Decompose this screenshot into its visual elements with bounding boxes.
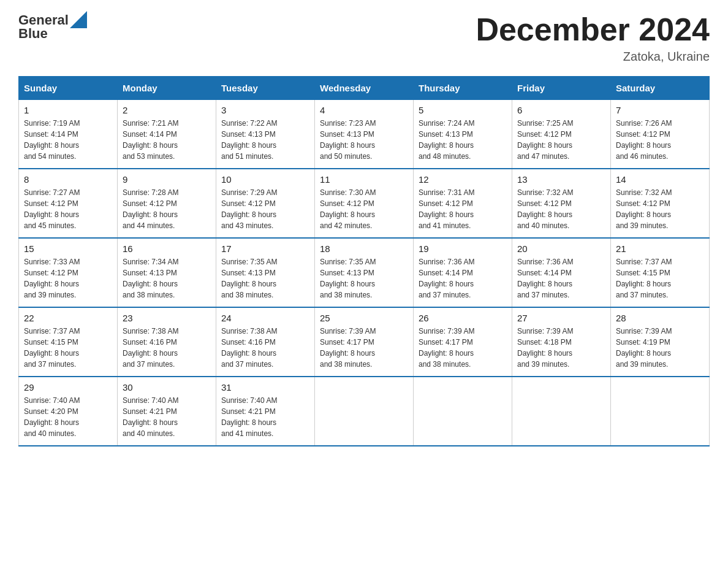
calendar-cell: 7 Sunrise: 7:26 AM Sunset: 4:12 PM Dayli… [611, 100, 710, 169]
calendar-cell: 14 Sunrise: 7:32 AM Sunset: 4:12 PM Dayl… [611, 169, 710, 238]
calendar-cell: 27 Sunrise: 7:39 AM Sunset: 4:18 PM Dayl… [512, 307, 611, 377]
location: Zatoka, Ukraine [476, 50, 710, 64]
day-info: Sunrise: 7:39 AM Sunset: 4:17 PM Dayligh… [320, 326, 408, 370]
day-info: Sunrise: 7:36 AM Sunset: 4:14 PM Dayligh… [517, 256, 605, 301]
day-info: Sunrise: 7:21 AM Sunset: 4:14 PM Dayligh… [123, 118, 211, 162]
day-info: Sunrise: 7:22 AM Sunset: 4:13 PM Dayligh… [221, 118, 309, 162]
calendar-cell [315, 377, 414, 446]
day-number: 21 [616, 243, 704, 254]
week-row-3: 15 Sunrise: 7:33 AM Sunset: 4:12 PM Dayl… [19, 238, 710, 307]
calendar-cell [512, 377, 611, 446]
calendar-cell: 3 Sunrise: 7:22 AM Sunset: 4:13 PM Dayli… [216, 100, 315, 169]
logo-icon [70, 11, 87, 28]
calendar-cell: 6 Sunrise: 7:25 AM Sunset: 4:12 PM Dayli… [512, 100, 611, 169]
calendar-cell: 23 Sunrise: 7:38 AM Sunset: 4:16 PM Dayl… [118, 307, 216, 377]
week-row-4: 22 Sunrise: 7:37 AM Sunset: 4:15 PM Dayl… [19, 307, 710, 377]
day-info: Sunrise: 7:32 AM Sunset: 4:12 PM Dayligh… [517, 187, 605, 231]
calendar-cell: 30 Sunrise: 7:40 AM Sunset: 4:21 PM Dayl… [118, 377, 216, 446]
calendar-cell: 5 Sunrise: 7:24 AM Sunset: 4:13 PM Dayli… [414, 100, 512, 169]
day-info: Sunrise: 7:37 AM Sunset: 4:15 PM Dayligh… [24, 326, 112, 370]
calendar-table: Sunday Monday Tuesday Wednesday Thursday… [18, 76, 710, 446]
calendar-cell: 21 Sunrise: 7:37 AM Sunset: 4:15 PM Dayl… [611, 238, 710, 307]
col-monday: Monday [118, 77, 216, 100]
day-number: 3 [221, 105, 309, 115]
calendar-header-row: Sunday Monday Tuesday Wednesday Thursday… [19, 77, 710, 100]
calendar-cell: 31 Sunrise: 7:40 AM Sunset: 4:21 PM Dayl… [216, 377, 315, 446]
day-info: Sunrise: 7:28 AM Sunset: 4:12 PM Dayligh… [123, 187, 211, 231]
calendar-cell: 4 Sunrise: 7:23 AM Sunset: 4:13 PM Dayli… [315, 100, 414, 169]
day-info: Sunrise: 7:26 AM Sunset: 4:12 PM Dayligh… [616, 118, 704, 162]
day-info: Sunrise: 7:40 AM Sunset: 4:21 PM Dayligh… [221, 395, 309, 439]
calendar-cell [414, 377, 512, 446]
day-info: Sunrise: 7:23 AM Sunset: 4:13 PM Dayligh… [320, 118, 408, 162]
day-info: Sunrise: 7:39 AM Sunset: 4:17 PM Dayligh… [419, 326, 507, 370]
day-info: Sunrise: 7:39 AM Sunset: 4:19 PM Dayligh… [616, 326, 704, 370]
day-number: 18 [320, 243, 408, 254]
day-number: 1 [24, 105, 112, 115]
calendar-cell: 19 Sunrise: 7:36 AM Sunset: 4:14 PM Dayl… [414, 238, 512, 307]
col-thursday: Thursday [414, 77, 512, 100]
day-info: Sunrise: 7:27 AM Sunset: 4:12 PM Dayligh… [24, 187, 112, 231]
calendar-cell: 17 Sunrise: 7:35 AM Sunset: 4:13 PM Dayl… [216, 238, 315, 307]
col-friday: Friday [512, 77, 611, 100]
day-number: 31 [221, 382, 309, 393]
day-info: Sunrise: 7:40 AM Sunset: 4:20 PM Dayligh… [24, 395, 112, 439]
day-info: Sunrise: 7:33 AM Sunset: 4:12 PM Dayligh… [24, 256, 112, 301]
day-number: 30 [123, 382, 211, 393]
day-info: Sunrise: 7:38 AM Sunset: 4:16 PM Dayligh… [221, 326, 309, 370]
calendar-cell: 11 Sunrise: 7:30 AM Sunset: 4:12 PM Dayl… [315, 169, 414, 238]
day-number: 7 [616, 105, 704, 115]
day-info: Sunrise: 7:37 AM Sunset: 4:15 PM Dayligh… [616, 256, 704, 301]
calendar-cell: 10 Sunrise: 7:29 AM Sunset: 4:12 PM Dayl… [216, 169, 315, 238]
day-number: 15 [24, 243, 112, 254]
calendar-cell: 26 Sunrise: 7:39 AM Sunset: 4:17 PM Dayl… [414, 307, 512, 377]
day-info: Sunrise: 7:35 AM Sunset: 4:13 PM Dayligh… [320, 256, 408, 301]
logo-text-blue: Blue [18, 26, 48, 42]
logo: General Blue [18, 12, 87, 42]
calendar-cell [611, 377, 710, 446]
calendar-cell: 1 Sunrise: 7:19 AM Sunset: 4:14 PM Dayli… [19, 100, 118, 169]
day-info: Sunrise: 7:39 AM Sunset: 4:18 PM Dayligh… [517, 326, 605, 370]
calendar-cell: 28 Sunrise: 7:39 AM Sunset: 4:19 PM Dayl… [611, 307, 710, 377]
day-info: Sunrise: 7:38 AM Sunset: 4:16 PM Dayligh… [123, 326, 211, 370]
calendar-cell: 15 Sunrise: 7:33 AM Sunset: 4:12 PM Dayl… [19, 238, 118, 307]
day-number: 23 [123, 313, 211, 323]
day-number: 25 [320, 313, 408, 323]
week-row-1: 1 Sunrise: 7:19 AM Sunset: 4:14 PM Dayli… [19, 100, 710, 169]
title-block: December 2024 Zatoka, Ukraine [476, 12, 710, 64]
day-number: 28 [616, 313, 704, 323]
day-number: 26 [419, 313, 507, 323]
calendar-cell: 12 Sunrise: 7:31 AM Sunset: 4:12 PM Dayl… [414, 169, 512, 238]
col-tuesday: Tuesday [216, 77, 315, 100]
calendar-cell: 8 Sunrise: 7:27 AM Sunset: 4:12 PM Dayli… [19, 169, 118, 238]
day-number: 12 [419, 174, 507, 185]
day-number: 6 [517, 105, 605, 115]
day-info: Sunrise: 7:24 AM Sunset: 4:13 PM Dayligh… [419, 118, 507, 162]
day-number: 16 [123, 243, 211, 254]
col-sunday: Sunday [19, 77, 118, 100]
day-number: 19 [419, 243, 507, 254]
day-number: 24 [221, 313, 309, 323]
day-number: 10 [221, 174, 309, 185]
day-number: 2 [123, 105, 211, 115]
day-number: 13 [517, 174, 605, 185]
day-number: 22 [24, 313, 112, 323]
day-number: 27 [517, 313, 605, 323]
day-info: Sunrise: 7:34 AM Sunset: 4:13 PM Dayligh… [123, 256, 211, 301]
col-saturday: Saturday [611, 77, 710, 100]
day-number: 5 [419, 105, 507, 115]
day-info: Sunrise: 7:35 AM Sunset: 4:13 PM Dayligh… [221, 256, 309, 301]
calendar-cell: 29 Sunrise: 7:40 AM Sunset: 4:20 PM Dayl… [19, 377, 118, 446]
day-number: 29 [24, 382, 112, 393]
day-info: Sunrise: 7:31 AM Sunset: 4:12 PM Dayligh… [419, 187, 507, 231]
day-info: Sunrise: 7:40 AM Sunset: 4:21 PM Dayligh… [123, 395, 211, 439]
calendar-cell: 9 Sunrise: 7:28 AM Sunset: 4:12 PM Dayli… [118, 169, 216, 238]
day-number: 8 [24, 174, 112, 185]
calendar-cell: 25 Sunrise: 7:39 AM Sunset: 4:17 PM Dayl… [315, 307, 414, 377]
month-title: December 2024 [476, 12, 710, 47]
calendar-cell: 13 Sunrise: 7:32 AM Sunset: 4:12 PM Dayl… [512, 169, 611, 238]
calendar-cell: 20 Sunrise: 7:36 AM Sunset: 4:14 PM Dayl… [512, 238, 611, 307]
day-number: 11 [320, 174, 408, 185]
day-number: 14 [616, 174, 704, 185]
day-info: Sunrise: 7:30 AM Sunset: 4:12 PM Dayligh… [320, 187, 408, 231]
